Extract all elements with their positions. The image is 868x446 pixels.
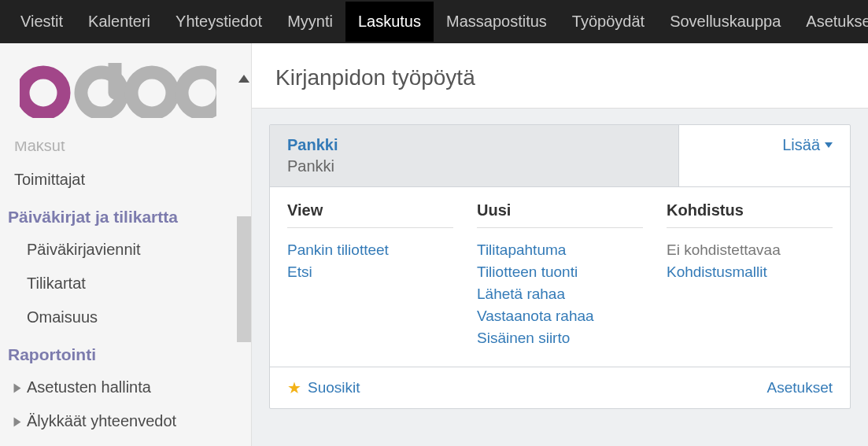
card-body: View Pankin tiliotteet Etsi Uusi Tilitap… (270, 187, 850, 367)
odoo-logo-icon (20, 63, 216, 118)
link-reconcile-models[interactable]: Kohdistusmallit (667, 261, 833, 283)
link-search[interactable]: Etsi (287, 261, 453, 283)
sidebar-header-reporting: Raportointi (0, 334, 251, 370)
sidebar-item-chart-of-accounts[interactable]: Tilikartat (0, 267, 251, 300)
more-dropdown[interactable]: Lisää (782, 136, 833, 154)
dashboard-area: Pankki Pankki Lisää View Pankin tiliotte… (252, 108, 868, 446)
sidebar-item-assets[interactable]: Omaisuus (0, 300, 251, 334)
sidebar-item-label: Omaisuus (27, 308, 98, 326)
nav-invoicing[interactable]: Laskutus (345, 2, 434, 42)
nav-mass-mail[interactable]: Massapostitus (434, 2, 560, 42)
card-subtitle: Pankki (287, 157, 661, 175)
main-content: Kirjanpidon työpöytä Pankki Pankki Lisää (252, 43, 868, 446)
star-icon: ★ (287, 378, 301, 397)
favorites-link[interactable]: ★ Suosikit (287, 378, 360, 397)
empty-text: Ei kohdistettavaa (667, 239, 833, 261)
sidebar-item-suppliers[interactable]: Toimittajat (0, 163, 251, 197)
card-header: Pankki Pankki Lisää (270, 125, 850, 187)
nav-settings[interactable]: Asetukset (793, 2, 868, 42)
svg-point-3 (182, 72, 216, 113)
column-view: View Pankin tiliotteet Etsi (287, 201, 453, 349)
sidebar-item-label: Älykkäät yhteenvedot (27, 412, 176, 429)
card-header-right: Lisää (679, 125, 850, 186)
more-label: Lisää (782, 136, 820, 154)
nav-sales[interactable]: Myynti (275, 2, 345, 42)
nav-dashboards[interactable]: Työpöydät (560, 2, 657, 42)
card-settings-link[interactable]: Asetukset (767, 379, 833, 396)
link-internal-transfer[interactable]: Sisäinen siirto (477, 327, 643, 349)
link-import-statement[interactable]: Tiliotteen tuonti (477, 261, 643, 283)
sidebar-header-journals: Päiväkirjat ja tilikartta (0, 197, 251, 233)
scrollbar-thumb[interactable] (237, 216, 251, 342)
sidebar-item-partial[interactable]: Maksut (0, 142, 251, 163)
column-reconcile: Kohdistus Ei kohdistettavaa Kohdistusmal… (667, 201, 833, 349)
sidebar-item-label: Asetusten hallinta (27, 378, 151, 396)
sidebar-item-settings-mgmt[interactable]: Asetusten hallinta (0, 370, 251, 404)
nav-app-store[interactable]: Sovelluskauppa (657, 2, 793, 42)
nav-calendar[interactable]: Kalenteri (76, 2, 163, 42)
card-footer: ★ Suosikit Asetukset (270, 367, 850, 408)
column-new: Uusi Tilitapahtuma Tiliotteen tuonti Läh… (477, 201, 643, 349)
favorites-label: Suosikit (308, 379, 360, 396)
column-header: Uusi (477, 201, 643, 228)
sidebar-item-journal-entries[interactable]: Päiväkirjaviennit (0, 233, 251, 267)
card-title[interactable]: Pankki (287, 136, 661, 154)
scroll-up-icon[interactable] (238, 75, 249, 83)
link-receive-money[interactable]: Vastaanota rahaa (477, 305, 643, 327)
chevron-right-icon (14, 384, 21, 393)
nav-contacts[interactable]: Yhteystiedot (163, 2, 275, 42)
nav-messages[interactable]: Viestit (8, 2, 76, 42)
chevron-down-icon (825, 142, 833, 148)
sidebar-item-smart-summaries[interactable]: Älykkäät yhteenvedot (0, 404, 251, 438)
link-transaction[interactable]: Tilitapahtuma (477, 239, 643, 261)
svg-point-2 (131, 72, 172, 113)
odoo-logo (0, 43, 251, 142)
page-title: Kirjanpidon työpöytä (252, 43, 868, 108)
sidebar-item-label: Tilikartat (27, 275, 86, 292)
sidebar: Maksut Toimittajat Päiväkirjat ja tilika… (0, 43, 252, 446)
column-header: Kohdistus (667, 201, 833, 228)
chevron-right-icon (14, 418, 21, 427)
svg-point-0 (23, 72, 64, 113)
sidebar-item-label: Päiväkirjaviennit (27, 241, 141, 258)
column-header: View (287, 201, 453, 228)
link-bank-statements[interactable]: Pankin tiliotteet (287, 239, 453, 261)
link-send-money[interactable]: Lähetä rahaa (477, 283, 643, 305)
card-header-left: Pankki Pankki (270, 125, 679, 186)
sidebar-scroll-area: Maksut Toimittajat Päiväkirjat ja tilika… (0, 142, 251, 446)
bank-card: Pankki Pankki Lisää View Pankin tiliotte… (269, 124, 851, 409)
top-navigation: Viestit Kalenteri Yhteystiedot Myynti La… (0, 0, 868, 43)
